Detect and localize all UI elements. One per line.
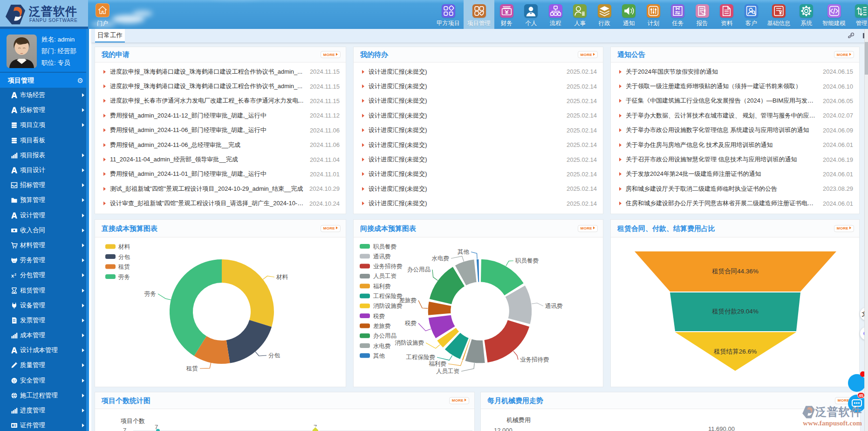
svg-text:项目个数: 项目个数 [121,417,145,424]
svg-text:2: 2 [14,273,16,276]
svg-text:水电费: 水电费 [432,255,450,262]
svg-text:12,000: 12,000 [494,427,513,431]
svg-text:职员餐费: 职员餐费 [373,243,396,250]
svg-text:福利费: 福利费 [429,361,447,367]
svg-text:福利费: 福利费 [373,283,391,290]
svg-text:业务招待费: 业务招待费 [373,263,403,270]
svg-text:材料: 材料 [118,243,130,250]
svg-text:税费: 税费 [373,313,385,320]
svg-text:租赁结算26.6%: 租赁结算26.6% [714,348,757,355]
svg-text:7: 7 [123,427,126,431]
svg-text:消防设施费: 消防设施费 [373,303,403,309]
svg-text:消防设施费: 消防设施费 [395,340,424,346]
svg-text:通讯费: 通讯费 [545,303,563,309]
svg-text:人员工资: 人员工资 [436,368,460,375]
svg-text:差旅费: 差旅费 [373,323,391,329]
svg-text:其他: 其他 [458,249,470,255]
svg-text:租赁合同44.36%: 租赁合同44.36% [712,268,759,275]
svg-text:11,690.00: 11,690.00 [708,425,735,431]
svg-text:业务招待费: 业务招待费 [520,356,549,363]
svg-text:其他: 其他 [373,353,385,359]
svg-text:材料: 材料 [276,274,288,280]
svg-text:工程保险费: 工程保险费 [373,293,403,299]
svg-text:人员工资: 人员工资 [373,273,397,279]
svg-text:租赁付款29.04%: 租赁付款29.04% [712,308,759,315]
svg-text:水电费: 水电费 [373,343,391,349]
svg-text:x: x [11,273,14,278]
svg-text:办公用品: 办公用品 [407,266,431,273]
svg-text:劳务: 劳务 [118,274,130,280]
svg-text:租赁: 租赁 [118,264,130,270]
svg-text:劳务: 劳务 [144,291,156,297]
svg-text:差旅费: 差旅费 [399,297,417,304]
svg-text:通讯费: 通讯费 [373,253,391,260]
svg-text:分包: 分包 [268,352,280,359]
svg-text:税费: 税费 [404,320,417,327]
svg-text:机械费用: 机械费用 [506,417,531,424]
svg-text:工程保险费: 工程保险费 [406,354,436,361]
svg-text:职员餐费: 职员餐费 [515,257,539,264]
svg-text:分包: 分包 [118,254,130,260]
svg-text:办公用品: 办公用品 [373,333,396,339]
svg-text:租赁: 租赁 [186,365,198,372]
